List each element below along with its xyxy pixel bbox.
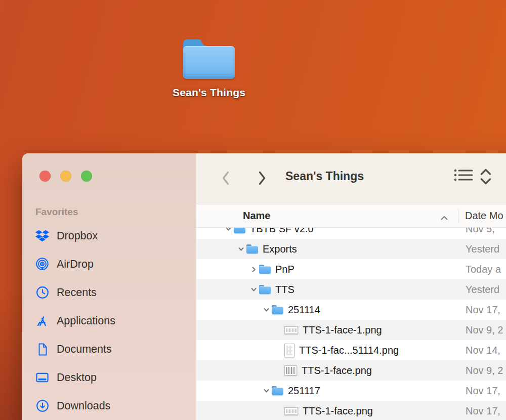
column-header: Name Date Mo xyxy=(196,204,506,228)
sidebar-item-label: Downloads xyxy=(57,400,110,412)
disclosure-chevron-down-icon[interactable] xyxy=(263,307,272,313)
sidebar-item-documents[interactable]: Documents xyxy=(22,335,196,363)
sidebar-item-dropbox[interactable]: Dropbox xyxy=(22,222,196,250)
disclosure-chevron-right-icon[interactable] xyxy=(250,266,259,273)
toolbar: Sean's Things xyxy=(196,153,506,204)
folder-row[interactable]: PnPToday a xyxy=(196,259,506,279)
disclosure-chevron-down-icon[interactable] xyxy=(238,246,246,253)
item-name: TTS xyxy=(275,284,294,296)
sort-order-button[interactable] xyxy=(479,167,493,186)
sidebar-item-label: Recents xyxy=(57,286,97,299)
item-date-modified: Nov 17, xyxy=(466,304,500,316)
item-name: Exports xyxy=(263,243,297,255)
item-date-modified: Nov 14, xyxy=(466,345,500,356)
file-row[interactable]: TTS-1-fac...51114.pngNov 14, xyxy=(196,340,506,360)
up-down-chevrons-icon xyxy=(479,167,493,186)
file-row[interactable]: TTS-1-face.pngNov 17, xyxy=(196,401,506,420)
item-name: TBTB SF v2.0 xyxy=(250,228,314,235)
back-button[interactable] xyxy=(216,167,236,189)
name-column-header[interactable]: Name xyxy=(243,204,270,227)
image-thumbnail-grid xyxy=(284,344,294,357)
sidebar-item-label: Desktop xyxy=(57,371,97,384)
sidebar-item-downloads[interactable]: Downloads xyxy=(22,392,196,420)
item-name: 251117 xyxy=(288,385,320,397)
file-list: TBTB SF v2.0Nov 5,ExportsYesterdPnPToday… xyxy=(196,228,506,420)
list-view-icon xyxy=(453,167,474,183)
file-row[interactable]: TTS-1-face-1.pngNov 9, 2 xyxy=(196,320,506,340)
sidebar-item-recents[interactable]: Recents xyxy=(22,278,196,307)
sidebar: Favorites DropboxAirDropRecentsApplicati… xyxy=(22,153,196,420)
item-date-modified: Nov 5, xyxy=(466,228,495,235)
folder-icon xyxy=(272,305,283,314)
folder-row[interactable]: TBTB SF v2.0Nov 5, xyxy=(196,228,506,239)
folder-icon xyxy=(259,265,271,274)
sidebar-item-applications[interactable]: Applications xyxy=(22,307,196,335)
folder-icon xyxy=(246,244,258,254)
app-store-icon xyxy=(35,314,49,328)
view-options-button[interactable] xyxy=(453,167,474,183)
desktop-icon xyxy=(35,371,49,385)
dropbox-icon xyxy=(35,229,49,243)
folder-row[interactable]: ExportsYesterd xyxy=(196,239,506,259)
chevron-right-icon xyxy=(257,170,267,186)
item-date-modified: Nov 17, xyxy=(466,385,500,397)
airdrop-icon xyxy=(35,258,49,271)
main-content: Sean's Things Name Date Mo TB xyxy=(196,153,506,420)
item-name: TTS-1-face.png xyxy=(303,405,373,417)
item-date-modified: Yesterd xyxy=(466,284,499,296)
zoom-button[interactable] xyxy=(81,171,92,182)
chevron-left-icon xyxy=(221,170,231,186)
desktop-folder-label: Sean's Things xyxy=(173,87,245,99)
finder-window: Favorites DropboxAirDropRecentsApplicati… xyxy=(22,153,506,420)
disclosure-chevron-down-icon[interactable] xyxy=(225,228,234,232)
item-name: 251114 xyxy=(288,304,320,316)
close-button[interactable] xyxy=(39,171,51,182)
minimize-button[interactable] xyxy=(60,171,71,182)
sidebar-item-label: Applications xyxy=(57,315,115,327)
favorites-section-label: Favorites xyxy=(35,206,78,218)
item-name: TTS-1-face.png xyxy=(302,365,372,376)
document-icon xyxy=(35,343,49,356)
sort-ascending-icon xyxy=(440,214,448,223)
window-controls xyxy=(39,171,92,182)
item-date-modified: Nov 9, 2 xyxy=(466,365,503,376)
sidebar-item-airdrop[interactable]: AirDrop xyxy=(22,250,196,278)
folder-icon xyxy=(272,386,283,395)
folder-row[interactable]: 251117Nov 17, xyxy=(196,381,506,401)
desktop-folder[interactable]: Sean's Things xyxy=(171,39,247,99)
disclosure-chevron-down-icon[interactable] xyxy=(250,286,259,293)
image-thumbnail-wide xyxy=(284,407,298,415)
sidebar-item-label: Dropbox xyxy=(57,230,98,242)
item-name: PnP xyxy=(275,264,294,275)
file-row[interactable]: TTS-1-face.pngNov 9, 2 xyxy=(196,360,506,381)
folder-icon[interactable] xyxy=(183,39,235,79)
date-column-header[interactable]: Date Mo xyxy=(465,204,503,227)
item-date-modified: Yesterd xyxy=(466,243,499,255)
item-name: TTS-1-face-1.png xyxy=(303,324,382,336)
item-name: TTS-1-fac...51114.png xyxy=(299,345,399,356)
column-divider[interactable] xyxy=(458,209,458,223)
image-thumbnail-stripes xyxy=(284,365,297,375)
forward-button[interactable] xyxy=(252,167,272,189)
sidebar-item-label: Documents xyxy=(57,343,112,356)
window-title: Sean's Things xyxy=(285,170,364,183)
disclosure-chevron-down-icon[interactable] xyxy=(263,388,272,394)
item-date-modified: Today a xyxy=(466,264,501,275)
folder-row[interactable]: 251114Nov 17, xyxy=(196,300,506,320)
folder-icon xyxy=(259,285,271,294)
image-thumbnail-wide xyxy=(284,326,298,334)
item-date-modified: Nov 17, xyxy=(466,405,500,417)
item-date-modified: Nov 9, 2 xyxy=(466,324,503,336)
folder-row[interactable]: TTSYesterd xyxy=(196,279,506,300)
clock-icon xyxy=(35,286,49,300)
folder-front xyxy=(183,46,235,79)
sidebar-item-desktop[interactable]: Desktop xyxy=(22,363,196,392)
download-circle-icon xyxy=(35,399,49,413)
sidebar-item-label: AirDrop xyxy=(57,258,94,271)
sidebar-items: DropboxAirDropRecentsApplicationsDocumen… xyxy=(22,222,196,420)
folder-icon xyxy=(234,228,245,233)
